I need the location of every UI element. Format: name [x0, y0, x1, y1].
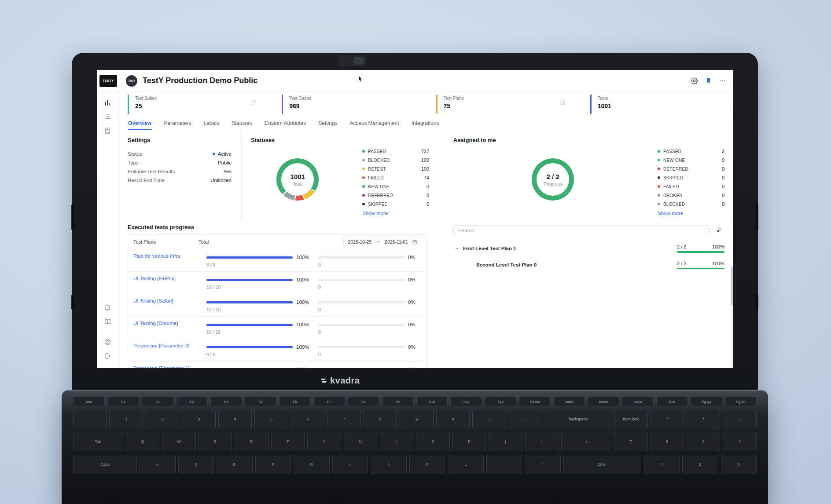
webcam	[338, 55, 366, 66]
key-f6: F6	[279, 397, 311, 406]
search-input[interactable]	[453, 225, 710, 235]
total-percent: 100%	[296, 277, 310, 282]
key-4: 4	[644, 455, 680, 474]
tab-overview[interactable]: Overview	[128, 117, 152, 130]
legend-value: 100	[421, 157, 429, 163]
legend-dot	[658, 168, 660, 170]
key-g: G	[294, 455, 330, 474]
legend-value: 0	[722, 193, 724, 198]
show-more-link[interactable]: Show more	[362, 211, 388, 216]
legend-label: PASSED	[368, 149, 421, 154]
donut-total-value: 1001	[290, 173, 305, 180]
total-progress-bar	[206, 279, 293, 281]
settings-gear-icon[interactable]	[690, 77, 698, 85]
legend-value: 0	[427, 184, 429, 189]
docs-book-icon[interactable]	[102, 316, 114, 327]
assigned-progress-donut: 2 / 2 Progress	[532, 158, 574, 201]
app-body: Test Suites 25 Test Cases 969 Test Plans…	[97, 92, 733, 368]
tab-settings[interactable]: Settings	[318, 117, 338, 130]
statuses-legend: PASSED 727 BLOCKED 100 RETEST 100 FAILED…	[362, 147, 429, 208]
sidebar-dashboard-icon[interactable]	[102, 97, 114, 108]
total-count: 10 / 10	[206, 285, 310, 290]
plan-progress: 2 / 2100%	[677, 244, 724, 253]
key-symbol: =	[509, 410, 542, 428]
legend-item-blocked: BLOCKED 0	[658, 200, 724, 208]
key-d: D	[217, 455, 253, 474]
total-progress: 100% 6 / 6	[206, 365, 310, 368]
test-plan-link[interactable]: UI Testing [Safari]	[133, 298, 173, 303]
period-percent: 0%	[408, 344, 422, 350]
plan-name[interactable]: Second Level Test Plan 0	[476, 262, 537, 267]
show-more-link[interactable]: Show more	[658, 211, 683, 216]
period-progress-bar	[318, 279, 404, 281]
legend-value: 0	[722, 166, 724, 172]
tab-statuses[interactable]: Statuses	[231, 117, 253, 130]
stat-card-value: 25	[135, 102, 262, 110]
legend-item-deferred: DEFERRED 0	[658, 164, 724, 173]
stat-card-test-cases: Test Cases 969	[282, 95, 416, 114]
bezel-bumper	[756, 295, 758, 310]
plan-progress-bar	[677, 268, 724, 270]
date-to[interactable]: 2025-11-01	[385, 239, 408, 245]
key-enter: Enter	[563, 455, 641, 474]
test-plan-link[interactable]: Plan for various Infra	[133, 253, 180, 259]
calendar-icon[interactable]	[412, 239, 418, 245]
key-8: 8	[364, 410, 397, 428]
legend-item-blocked: BLOCKED 100	[362, 156, 429, 164]
scrollbar[interactable]	[731, 267, 733, 368]
sort-icon[interactable]	[714, 225, 724, 235]
key-a: A	[140, 455, 176, 474]
tab-integrations[interactable]: Integrations	[411, 117, 440, 130]
test-plan-link[interactable]: Регрессия [Parameter 2]	[133, 343, 190, 348]
test-plan-link[interactable]: UI Testing [Firefox]	[133, 276, 176, 281]
settings-row-result-edit-time: Result Edit Time Unlimited	[128, 176, 232, 185]
legend-dot	[362, 185, 365, 188]
date-range-picker[interactable]: 2025-10-25 2025-11-01	[343, 237, 422, 247]
tab-labels[interactable]: Labels	[203, 117, 219, 130]
key-u: U	[344, 432, 377, 451]
tab-access-management[interactable]: Access Management	[349, 117, 400, 130]
plan-tree-row[interactable]: Second Level Test Plan 0 2 / 2100%	[453, 257, 724, 274]
profile-icon[interactable]	[102, 336, 114, 347]
more-options-icon[interactable]	[718, 77, 726, 85]
legend-item-failed: FAILED 0	[658, 182, 724, 191]
legend-item-skipped: SKIPPED 0	[658, 173, 724, 182]
legend-label: BLOCKED	[368, 158, 421, 163]
logout-icon[interactable]	[102, 350, 114, 362]
period-progress: 0% 0	[318, 275, 422, 290]
total-count: 6 / 6	[206, 352, 310, 357]
plan-tree-row[interactable]: First Level Test Plan 1 2 / 2100%	[453, 241, 724, 257]
settings-row-status: Status Active	[128, 150, 232, 158]
key-pg-dn: Pg Dn	[725, 397, 757, 406]
key-f4: F4	[210, 397, 242, 406]
date-from[interactable]: 2025-10-25	[348, 239, 371, 245]
donut-total-label: Total	[293, 181, 302, 186]
legend-item-deferred: DEFERRED 0	[362, 191, 429, 200]
test-plan-link[interactable]: UI Testing [Chrome]	[133, 321, 178, 326]
legend-value: 74	[424, 175, 429, 180]
sidebar-test-plans-icon[interactable]	[102, 125, 114, 136]
test-plan-link[interactable]: Регрессия [Parameter 1]	[133, 365, 190, 368]
tab-parameters[interactable]: Parameters	[163, 117, 191, 130]
plan-name[interactable]: First Level Test Plan 1	[463, 246, 516, 251]
period-count: 0	[318, 285, 422, 290]
bezel-bumper	[71, 205, 74, 230]
mic-dot	[324, 61, 325, 62]
sidebar-test-suites-icon[interactable]	[102, 111, 114, 122]
testy-logo[interactable]: TESTY	[99, 75, 117, 87]
executed-tests-table: Test Plans Total 2025-10-25	[128, 234, 427, 368]
legend-dot	[362, 159, 365, 161]
key-7: 7	[327, 410, 360, 428]
notifications-bell-icon[interactable]	[102, 302, 114, 313]
test-plan-row: Регрессия [Parameter 2] 100% 6 / 6 0% 0	[128, 339, 427, 361]
tab-custom-attributes[interactable]: Custom Attributes	[264, 117, 306, 130]
legend-value: 0	[722, 184, 724, 189]
chevron-down-icon[interactable]	[453, 245, 460, 252]
legend-value: 0	[722, 175, 724, 180]
period-percent: 0%	[408, 322, 422, 327]
test-plan-row: Регрессия [Parameter 1] 100% 6 / 6 0% 0	[128, 361, 427, 368]
scrollbar-thumb[interactable]	[731, 267, 733, 305]
bookmark-icon[interactable]	[704, 77, 712, 85]
key-6: 6	[721, 455, 757, 474]
legend-dot	[658, 194, 660, 197]
